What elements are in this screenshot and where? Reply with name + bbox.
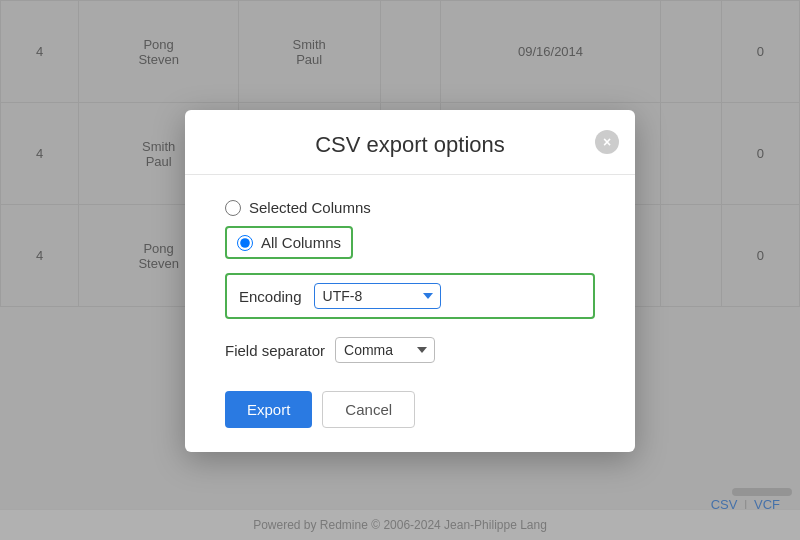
column-selection-group: Selected Columns All Columns <box>225 199 595 259</box>
export-button[interactable]: Export <box>225 391 312 428</box>
selected-columns-label: Selected Columns <box>249 199 371 216</box>
all-columns-option: All Columns <box>237 234 341 251</box>
separator-select[interactable]: CommaSemicolonTab <box>335 337 435 363</box>
separator-row: Field separator CommaSemicolonTab <box>225 337 595 363</box>
all-columns-label: All Columns <box>261 234 341 251</box>
all-columns-highlight: All Columns <box>225 226 353 259</box>
modal-header: CSV export options × <box>185 110 635 175</box>
encoding-select[interactable]: UTF-8ISO-8859-1Windows-1252 <box>314 283 441 309</box>
modal-footer: Export Cancel <box>185 371 635 428</box>
encoding-label: Encoding <box>239 288 302 305</box>
csv-export-modal: CSV export options × Selected Columns Al… <box>185 110 635 452</box>
cancel-button[interactable]: Cancel <box>322 391 415 428</box>
modal-close-button[interactable]: × <box>595 130 619 154</box>
modal-body: Selected Columns All Columns Encoding UT… <box>185 175 635 371</box>
separator-label: Field separator <box>225 342 325 359</box>
all-columns-radio[interactable] <box>237 235 253 251</box>
selected-columns-radio[interactable] <box>225 200 241 216</box>
selected-columns-option: Selected Columns <box>225 199 595 216</box>
modal-title: CSV export options <box>315 132 505 158</box>
encoding-row: Encoding UTF-8ISO-8859-1Windows-1252 <box>225 273 595 319</box>
